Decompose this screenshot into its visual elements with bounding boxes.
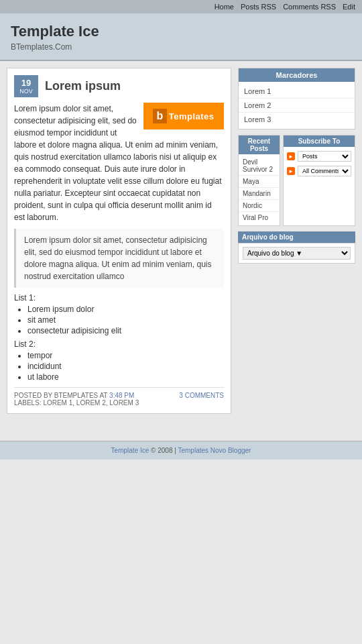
edit-link[interactable]: Edit bbox=[343, 3, 355, 11]
recent-subscribe-row: Recent Posts Devil Survivor 2 Maya Manda… bbox=[238, 135, 355, 226]
post-title: Lorem ipsum bbox=[45, 79, 121, 93]
recent-posts-widget: Recent Posts Devil Survivor 2 Maya Manda… bbox=[238, 135, 280, 226]
list1-label: List 1: bbox=[14, 293, 224, 303]
posted-by-text: POSTED BY BTEMPLATES AT bbox=[14, 392, 107, 399]
site-title: Template Ice bbox=[11, 23, 351, 40]
main-layout: 19 NOV Lorem ipsum b Marcadores Template… bbox=[0, 61, 362, 427]
subscribe-comments-row: ► All Comments bbox=[284, 164, 355, 178]
marcadores-item-2[interactable]: Lorem 2 bbox=[239, 99, 355, 113]
post-meta: POSTED BY BTEMPLATES AT 3:48 PM LABELS: … bbox=[14, 392, 139, 407]
marcadores-title: Marcadores bbox=[239, 68, 355, 82]
rss-comments-icon: ► bbox=[287, 167, 295, 175]
subscribe-comments-select[interactable]: All Comments bbox=[298, 166, 351, 176]
recent-post-item-1[interactable]: Devil Survivor 2 bbox=[239, 156, 280, 176]
arquivo-content: Arquivo do blog ▼ bbox=[238, 243, 355, 264]
post-image: b Marcadores Templates bbox=[143, 103, 224, 129]
label-1[interactable]: LOREM 1 bbox=[43, 399, 72, 407]
list-item: incididunt bbox=[27, 362, 224, 371]
content-area: 19 NOV Lorem ipsum b Marcadores Template… bbox=[7, 68, 231, 421]
footer-text: Template Ice © 2008 | Templates Novo Blo… bbox=[111, 447, 251, 454]
label-2[interactable]: LOREM 2 bbox=[76, 399, 106, 407]
sidebar: Marcadores Lorem 1 Lorem 2 Lorem 3 Recen… bbox=[238, 68, 355, 269]
list-item: consectetur adipisicing elit bbox=[27, 326, 224, 335]
site-header: Template Ice BTemplates.Com bbox=[0, 13, 362, 61]
list-item: tempor bbox=[27, 351, 224, 360]
recent-posts-content: Devil Survivor 2 Maya Mandarin Nordic Vi… bbox=[239, 154, 280, 225]
subscribe-content: ► Posts ► All Comments bbox=[284, 147, 355, 180]
marcadores-item-1[interactable]: Lorem 1 bbox=[239, 85, 355, 99]
blog-post: 19 NOV Lorem ipsum b Marcadores Template… bbox=[7, 68, 231, 414]
footer-novo-blogger-link[interactable]: Templates Novo Blogger bbox=[178, 447, 251, 454]
recent-post-item-3[interactable]: Mandarin bbox=[239, 188, 280, 200]
arquivo-title: Arquivo do blog bbox=[238, 231, 355, 243]
footer-template-link[interactable]: Template Ice bbox=[111, 447, 149, 454]
brand-templates-text: Templates bbox=[169, 111, 215, 121]
marcadores-widget: Marcadores Lorem 1 Lorem 2 Lorem 3 bbox=[238, 68, 355, 129]
recent-post-item-5[interactable]: Viral Pro bbox=[239, 212, 280, 223]
subscribe-posts-row: ► Posts bbox=[284, 149, 355, 164]
marcadores-content: Lorem 1 Lorem 2 Lorem 3 bbox=[239, 82, 355, 129]
top-navigation: Home Posts RSS Comments RSS Edit bbox=[0, 0, 362, 13]
list-item: ut labore bbox=[27, 372, 224, 382]
post-date-header: 19 NOV Lorem ipsum bbox=[14, 75, 224, 97]
list2-label: List 2: bbox=[14, 339, 224, 349]
recent-post-item-2[interactable]: Maya bbox=[239, 176, 280, 188]
footer-copyright: © 2008 | bbox=[151, 447, 178, 454]
subscribe-title: Subscribe To bbox=[284, 136, 355, 147]
date-month: NOV bbox=[19, 88, 33, 95]
home-link[interactable]: Home bbox=[215, 3, 234, 11]
brand-b-letter: b bbox=[153, 109, 166, 123]
post-list-2: tempor incididunt ut labore bbox=[27, 351, 224, 382]
recent-post-item-4[interactable]: Nordic bbox=[239, 200, 280, 212]
date-badge: 19 NOV bbox=[14, 75, 38, 97]
recent-posts-title: Recent Posts bbox=[239, 136, 280, 154]
list-item: Lorem ipsum dolor bbox=[27, 305, 224, 314]
post-blockquote: Lorem ipsum dolor sit amet, consectetur … bbox=[14, 229, 224, 288]
posted-time[interactable]: 3:48 PM bbox=[109, 392, 134, 399]
label-3[interactable]: LOREM 3 bbox=[109, 399, 139, 407]
arquivo-widget: Arquivo do blog Arquivo do blog ▼ bbox=[238, 231, 355, 264]
comments-link[interactable]: 3 COMMENTS bbox=[179, 392, 224, 399]
rss-icon: ► bbox=[287, 152, 295, 160]
post-list-1: Lorem ipsum dolor sit amet consectetur a… bbox=[27, 305, 224, 335]
site-footer: Template Ice © 2008 | Templates Novo Blo… bbox=[0, 441, 362, 460]
post-footer: POSTED BY BTEMPLATES AT 3:48 PM LABELS: … bbox=[14, 387, 224, 407]
labels-prefix: LABELS: bbox=[14, 399, 42, 407]
comments-rss-link[interactable]: Comments RSS bbox=[283, 3, 336, 11]
posts-rss-link[interactable]: Posts RSS bbox=[241, 3, 276, 11]
arquivo-select[interactable]: Arquivo do blog ▼ bbox=[243, 247, 351, 260]
site-subtitle: BTemplates.Com bbox=[11, 42, 351, 52]
list-item: sit amet bbox=[27, 315, 224, 325]
date-day: 19 bbox=[21, 78, 31, 88]
subscribe-widget: Subscribe To ► Posts ► All Comments bbox=[283, 135, 355, 226]
subscribe-posts-select[interactable]: Posts bbox=[298, 151, 351, 162]
marcadores-item-3[interactable]: Lorem 3 bbox=[239, 113, 355, 126]
